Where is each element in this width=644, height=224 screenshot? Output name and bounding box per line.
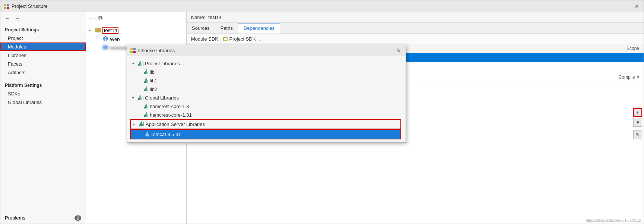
lib-icon-hamcrest-1.3 <box>144 103 148 110</box>
app-server-libraries-arrow: ▾ <box>133 122 137 126</box>
global-libraries-header[interactable]: ▾ Global Libraries <box>130 94 403 102</box>
sidebar: ← → Project Settings Project Modules Lib… <box>0 12 86 224</box>
sdk-icon <box>223 37 228 42</box>
tree-item-web-label: Web <box>110 37 120 42</box>
sidebar-item-global-libraries[interactable]: Global Libraries <box>0 98 86 107</box>
project-settings-title: Project Settings <box>0 24 86 34</box>
dialog-close-button[interactable]: ✕ <box>395 47 403 54</box>
web-icon <box>102 36 108 42</box>
svg-rect-12 <box>224 38 227 40</box>
edit-button[interactable]: ✎ <box>633 130 642 139</box>
svg-rect-0 <box>4 4 6 6</box>
platform-settings-title: Platform Settings <box>0 80 86 89</box>
title-bar: Project Structure ✕ <box>0 0 644 12</box>
watermark: https://blog.csdn.net/u010086122 <box>586 218 641 223</box>
app-server-libraries-header[interactable]: ▾ Application Server Libraries <box>130 119 401 129</box>
scope-col-header: Scope <box>602 46 639 51</box>
global-libraries-section: ▾ Global Libraries <box>130 94 403 119</box>
lib-icon-hamcrest-1.31 <box>144 112 148 118</box>
tree-remove-button[interactable]: − <box>93 15 96 21</box>
lib-item-lib1[interactable]: lib1 <box>130 76 403 85</box>
tree-item-web[interactable]: Web <box>86 35 186 44</box>
lib-icon-lib <box>144 69 148 75</box>
scope-dropdown-button[interactable]: ▾ <box>633 118 642 127</box>
sidebar-item-facets[interactable]: Facets <box>0 60 86 68</box>
dialog-title-bar: Choose Libraries ✕ <box>127 45 406 56</box>
sidebar-item-modules[interactable]: Modules <box>0 42 86 51</box>
name-bar: Name: test14 <box>187 12 644 23</box>
svg-rect-1 <box>7 4 9 6</box>
project-structure-icon <box>3 3 9 9</box>
global-libraries-icon <box>138 95 143 101</box>
nav-forward-button[interactable]: → <box>13 15 21 22</box>
svg-rect-2 <box>4 7 6 9</box>
module-icon <box>102 45 108 51</box>
app-server-libraries-icon <box>139 121 144 127</box>
svg-rect-19 <box>133 51 136 53</box>
tab-dependencies[interactable]: Dependencies <box>238 23 280 34</box>
lib-item-lib2[interactable]: lib2 <box>130 85 403 94</box>
dialog-icon <box>130 48 136 54</box>
project-libraries-arrow: ▾ <box>132 61 137 66</box>
lib-item-hamcrest-1.3[interactable]: hamcrest-core-1.3 <box>130 102 403 111</box>
tree-add-button[interactable]: + <box>88 15 92 21</box>
lib-icon-lib1 <box>144 78 148 84</box>
tabs-bar: Sources Paths Dependencies <box>187 23 644 34</box>
tab-sources[interactable]: Sources <box>187 23 215 34</box>
svg-rect-6 <box>95 28 97 29</box>
problems-label: Problems <box>5 215 25 221</box>
sidebar-nav: ← → <box>0 12 86 24</box>
sdk-ellipsis: ... <box>257 36 261 42</box>
module-sdk-value: Project SDK ... <box>223 36 261 42</box>
name-label: Name: <box>191 15 205 20</box>
lib-item-hamcrest-1.31[interactable]: hamcrest-core-1.31 <box>130 111 403 119</box>
title-bar-left: Project Structure <box>3 3 48 9</box>
dialog-title-text: Choose Libraries <box>130 48 175 54</box>
svg-rect-3 <box>7 7 9 9</box>
sidebar-item-project[interactable]: Project <box>0 34 86 42</box>
lib-item-lib[interactable]: lib <box>130 68 403 76</box>
svg-rect-10 <box>103 45 108 49</box>
dialog-content: ▾ Project Libraries <box>127 56 406 142</box>
module-sdk-label: Module SDK: <box>191 36 220 42</box>
sidebar-footer: Problems 2 <box>0 212 86 224</box>
tab-paths[interactable]: Paths <box>215 23 238 34</box>
nav-back-button[interactable]: ← <box>3 15 12 22</box>
choose-libraries-dialog: Choose Libraries ✕ ▾ Project Libraries <box>127 45 406 143</box>
app-server-libraries-section: ▾ Application Server Libraries <box>130 119 403 139</box>
tree-root-label: test14 <box>102 27 118 34</box>
right-actions: + ▾ ✎ <box>632 107 644 141</box>
project-libraries-icon <box>138 60 143 67</box>
project-libraries-header[interactable]: ▾ Project Libraries <box>130 59 403 68</box>
lib-icon-tomcat <box>145 131 149 138</box>
folder-icon <box>95 27 101 34</box>
sidebar-item-libraries[interactable]: Libraries <box>0 51 86 60</box>
name-value: test14 <box>208 15 221 20</box>
tree-root-item[interactable]: ▾ test14 <box>86 26 186 35</box>
svg-rect-18 <box>130 51 133 53</box>
tree-toolbar: + − ⧉ <box>86 12 186 24</box>
add-dependency-button[interactable]: + <box>633 108 642 117</box>
global-libraries-arrow: ▾ <box>132 96 137 100</box>
svg-rect-16 <box>130 48 133 50</box>
lib-item-tomcat[interactable]: Tomcat 8.5.31 <box>130 129 401 139</box>
problems-badge: 2 <box>74 215 81 221</box>
window-title: Project Structure <box>12 3 48 9</box>
project-libraries-section: ▾ Project Libraries <box>130 59 403 94</box>
dep-scope-lib3: Compile ▾ <box>609 75 639 80</box>
sidebar-item-artifacts[interactable]: Artifacts <box>0 68 86 77</box>
svg-rect-17 <box>133 48 136 50</box>
sidebar-item-sdks[interactable]: SDKs <box>0 89 86 98</box>
lib-icon-lib2 <box>144 86 148 92</box>
module-sdk-bar: Module SDK: Project SDK ... <box>187 34 644 44</box>
window-close-button[interactable]: ✕ <box>633 3 641 10</box>
tree-copy-button[interactable]: ⧉ <box>98 15 102 21</box>
tree-expand-arrow: ▾ <box>89 28 93 32</box>
